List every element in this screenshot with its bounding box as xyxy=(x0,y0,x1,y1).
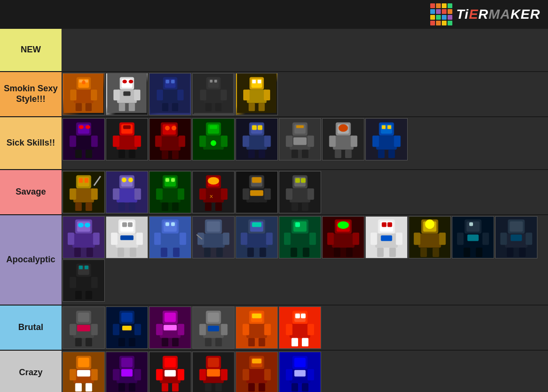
svg-rect-117 xyxy=(335,150,341,159)
svg-point-79 xyxy=(165,126,170,131)
svg-rect-68 xyxy=(118,150,125,159)
svg-rect-124 xyxy=(373,135,379,147)
svg-rect-28 xyxy=(162,103,168,111)
svg-rect-148 xyxy=(129,203,136,211)
svg-rect-209 xyxy=(122,222,127,227)
svg-rect-221 xyxy=(171,222,175,226)
svg-rect-146 xyxy=(135,188,141,199)
svg-rect-138 xyxy=(79,178,83,183)
svg-point-61 xyxy=(86,125,90,129)
svg-rect-215 xyxy=(159,233,182,247)
svg-rect-29 xyxy=(172,103,178,111)
svg-rect-128 xyxy=(382,125,386,129)
list-item xyxy=(495,216,537,258)
list-item xyxy=(279,306,321,349)
svg-rect-256 xyxy=(346,248,353,257)
svg-rect-98 xyxy=(259,150,265,159)
svg-rect-34 xyxy=(208,79,219,88)
svg-rect-303 xyxy=(75,291,82,300)
svg-rect-109 xyxy=(293,137,306,145)
svg-rect-65 xyxy=(117,135,137,149)
svg-rect-187 xyxy=(291,203,298,211)
svg-rect-266 xyxy=(381,235,392,241)
svg-rect-110 xyxy=(296,125,304,128)
svg-rect-48 xyxy=(249,103,255,111)
tier-items-apocalyptic xyxy=(62,215,548,305)
svg-rect-359 xyxy=(302,338,309,347)
list-item xyxy=(409,216,451,258)
svg-rect-377 xyxy=(118,383,125,392)
svg-rect-40 xyxy=(210,80,213,83)
logo-text: TiERMAKER xyxy=(456,7,540,22)
svg-rect-369 xyxy=(86,383,92,392)
svg-rect-59 xyxy=(86,150,92,159)
svg-rect-66 xyxy=(113,135,120,147)
svg-rect-315 xyxy=(77,325,90,331)
svg-rect-384 xyxy=(156,369,163,380)
svg-rect-166 xyxy=(221,188,228,199)
tier-row-savage: Savage xyxy=(0,170,548,215)
svg-rect-318 xyxy=(121,313,132,322)
tier-label-sss: Smokin Sexy Style!!! xyxy=(0,72,62,116)
svg-rect-322 xyxy=(118,338,125,347)
svg-rect-386 xyxy=(162,383,168,392)
svg-rect-247 xyxy=(303,248,310,257)
list-item xyxy=(149,118,191,160)
svg-rect-190 xyxy=(301,178,306,183)
svg-point-169 xyxy=(208,177,219,185)
svg-rect-360 xyxy=(295,314,300,318)
svg-rect-314 xyxy=(86,338,92,347)
svg-rect-373 xyxy=(121,358,132,368)
svg-rect-176 xyxy=(264,188,271,199)
svg-rect-147 xyxy=(118,203,125,211)
svg-rect-280 xyxy=(466,221,479,232)
svg-rect-134 xyxy=(70,188,76,199)
svg-rect-379 xyxy=(121,369,132,377)
svg-rect-46 xyxy=(243,90,249,100)
svg-rect-327 xyxy=(164,313,175,322)
svg-rect-51 xyxy=(258,80,261,83)
list-item xyxy=(192,306,235,349)
svg-rect-196 xyxy=(93,233,100,245)
svg-point-119 xyxy=(338,124,348,132)
header: TiERMAKER xyxy=(0,0,548,29)
tier-label-brutal: Brutal xyxy=(0,306,62,350)
svg-rect-302 xyxy=(91,277,98,288)
svg-rect-189 xyxy=(295,178,300,183)
list-item xyxy=(279,171,321,213)
svg-rect-341 xyxy=(215,338,222,347)
svg-rect-409 xyxy=(294,358,305,368)
svg-rect-331 xyxy=(162,338,168,347)
svg-rect-246 xyxy=(290,248,297,257)
svg-rect-348 xyxy=(264,324,271,335)
svg-point-60 xyxy=(79,125,84,129)
svg-rect-26 xyxy=(157,90,163,100)
svg-rect-135 xyxy=(91,188,98,199)
svg-rect-395 xyxy=(205,383,212,392)
svg-rect-106 xyxy=(308,135,314,147)
svg-rect-35 xyxy=(204,90,224,103)
svg-rect-321 xyxy=(135,324,141,335)
svg-rect-97 xyxy=(248,150,255,159)
svg-rect-125 xyxy=(394,135,401,147)
svg-rect-133 xyxy=(74,188,94,202)
svg-rect-276 xyxy=(433,248,439,257)
svg-point-199 xyxy=(78,223,84,228)
svg-rect-186 xyxy=(308,188,314,199)
svg-rect-157 xyxy=(162,203,168,211)
svg-rect-25 xyxy=(161,90,180,103)
svg-rect-115 xyxy=(329,135,336,147)
svg-rect-237 xyxy=(247,248,254,257)
svg-rect-49 xyxy=(259,103,265,111)
svg-rect-376 xyxy=(135,369,141,380)
svg-rect-311 xyxy=(70,324,76,335)
svg-rect-36 xyxy=(200,90,206,100)
svg-rect-387 xyxy=(172,383,179,392)
svg-point-277 xyxy=(425,220,435,229)
svg-rect-144 xyxy=(117,188,137,202)
list-item xyxy=(62,118,105,160)
svg-rect-145 xyxy=(113,188,120,199)
list-item xyxy=(192,73,235,115)
svg-rect-351 xyxy=(252,314,262,318)
svg-rect-238 xyxy=(260,248,266,257)
